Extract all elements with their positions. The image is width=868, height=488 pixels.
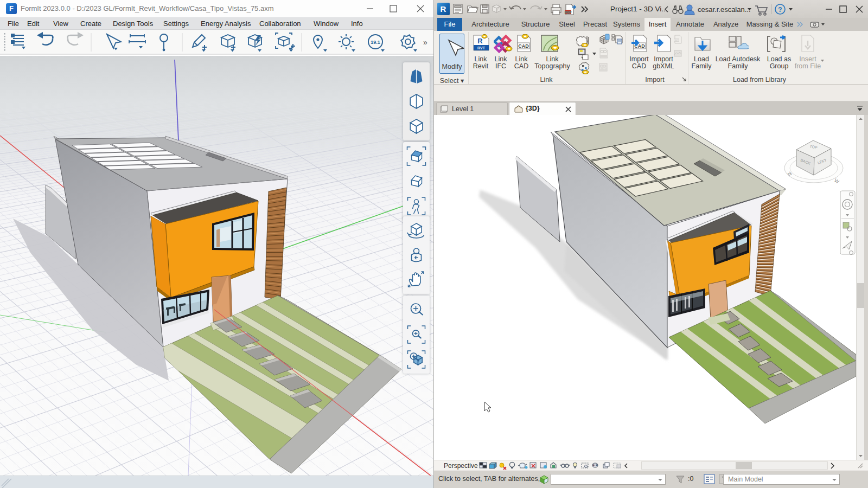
svg-text:»: » <box>423 38 427 47</box>
svg-text:CAD: CAD <box>518 43 529 49</box>
svg-text:cesar.r.escalan...: cesar.r.escalan... <box>698 5 751 14</box>
svg-text:PDF: PDF <box>674 39 679 42</box>
svg-text:R: R <box>441 4 446 14</box>
svg-text:Project1 - 3D Vi...: Project1 - 3D Vi... <box>610 5 668 13</box>
svg-text:RVT: RVT <box>477 46 486 50</box>
svg-text:PDF: PDF <box>565 11 571 14</box>
svg-text:19.1: 19.1 <box>371 40 380 45</box>
svg-text:?: ? <box>778 6 782 14</box>
svg-text:R: R <box>477 37 483 45</box>
